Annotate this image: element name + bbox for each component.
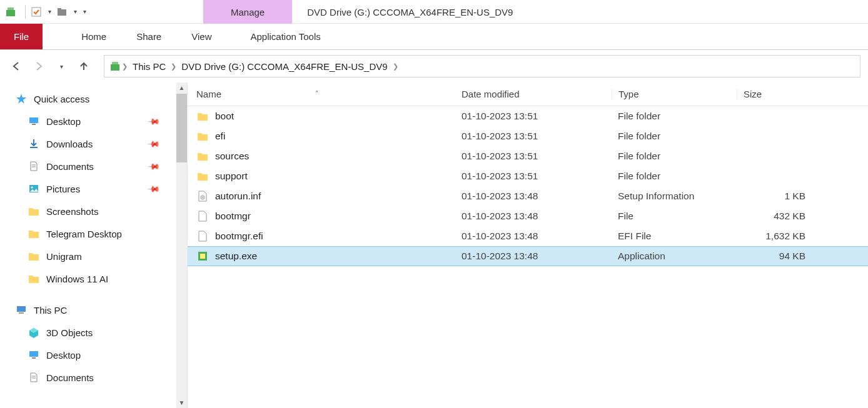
scroll-down-icon[interactable]: ▼ bbox=[176, 397, 187, 408]
svg-rect-3 bbox=[58, 9, 66, 16]
sort-asc-icon: ˄ bbox=[315, 90, 319, 98]
file-size: 1 KB bbox=[737, 191, 818, 202]
file-date: 01-10-2023 13:48 bbox=[462, 251, 612, 262]
scroll-up-icon[interactable]: ▲ bbox=[176, 82, 187, 93]
document-icon bbox=[28, 160, 40, 172]
file-row[interactable]: bootmgr.efi01-10-2023 13:48EFI File1,632… bbox=[188, 226, 868, 246]
forward-button[interactable] bbox=[30, 57, 48, 75]
file-date: 01-10-2023 13:51 bbox=[462, 111, 612, 122]
sidebar-item-pictures[interactable]: Pictures📌 bbox=[0, 177, 176, 200]
sidebar-item-label: Desktop bbox=[46, 116, 81, 127]
col-name-label: Name bbox=[196, 89, 221, 99]
svg-rect-25 bbox=[200, 254, 205, 259]
desktop-icon bbox=[28, 349, 40, 361]
file-date: 01-10-2023 13:48 bbox=[462, 211, 612, 222]
breadcrumb-this-pc[interactable]: This PC bbox=[129, 61, 169, 72]
chevron-right-icon[interactable]: ❯ bbox=[391, 62, 400, 71]
file-row[interactable]: autorun.inf01-10-2023 13:48Setup Informa… bbox=[188, 186, 868, 206]
tab-home[interactable]: Home bbox=[66, 24, 121, 49]
sidebar-item-label: Telegram Desktop bbox=[46, 229, 122, 239]
up-button[interactable] bbox=[75, 57, 93, 75]
sidebar-scrollbar[interactable]: ▲ ▼ bbox=[176, 82, 187, 408]
svg-rect-5 bbox=[111, 64, 119, 71]
svg-point-14 bbox=[31, 187, 33, 189]
sidebar-item-3d-objects[interactable]: 3D Objects bbox=[0, 321, 176, 344]
svg-rect-6 bbox=[112, 62, 118, 64]
sidebar-item-label: Documents bbox=[46, 372, 94, 383]
file-list: Name˄ Date modified Type Size boot01-10-… bbox=[188, 82, 868, 408]
sidebar-item-label: Pictures bbox=[46, 184, 80, 194]
svg-rect-19 bbox=[29, 351, 38, 357]
file-type: File folder bbox=[612, 111, 737, 122]
file-type: File bbox=[612, 211, 737, 222]
svg-rect-15 bbox=[17, 306, 26, 312]
svg-rect-4 bbox=[58, 8, 61, 10]
col-size[interactable]: Size bbox=[737, 89, 818, 99]
file-name: boot bbox=[215, 111, 234, 122]
qat-dropdown-icon[interactable]: ▾ bbox=[48, 8, 51, 15]
chevron-right-icon[interactable]: ❯ bbox=[121, 62, 129, 71]
ribbon-tabs: File Home Share View Application Tools bbox=[0, 24, 868, 50]
folder-icon bbox=[28, 272, 40, 285]
sidebar-quick-access[interactable]: Quick access bbox=[0, 87, 176, 110]
folder-icon bbox=[196, 110, 209, 122]
sidebar-item-telegram-desktop[interactable]: Telegram Desktop bbox=[0, 222, 176, 245]
folder-icon bbox=[196, 130, 209, 142]
file-name: efi bbox=[215, 131, 225, 142]
sidebar-item-label: This PC bbox=[34, 305, 67, 316]
col-date[interactable]: Date modified bbox=[462, 89, 612, 99]
svg-point-23 bbox=[200, 195, 205, 200]
file-type: File folder bbox=[612, 171, 737, 182]
sidebar-item-label: Quick access bbox=[34, 94, 89, 104]
breadcrumb-drive[interactable]: DVD Drive (G:) CCCOMA_X64FRE_EN-US_DV9 bbox=[178, 61, 391, 72]
col-type[interactable]: Type bbox=[612, 89, 737, 99]
tab-view[interactable]: View bbox=[176, 24, 226, 49]
cube-icon bbox=[28, 326, 40, 339]
svg-rect-1 bbox=[8, 7, 14, 10]
file-row[interactable]: bootmgr01-10-2023 13:48File432 KB bbox=[188, 206, 868, 226]
svg-rect-8 bbox=[29, 117, 38, 123]
app-icon bbox=[4, 5, 18, 19]
file-name: bootmgr.efi bbox=[215, 231, 263, 242]
file-row[interactable]: support01-10-2023 13:51File folder bbox=[188, 166, 868, 186]
qat-customize-icon[interactable]: ▾ bbox=[83, 8, 86, 15]
file-row[interactable]: sources01-10-2023 13:51File folder bbox=[188, 146, 868, 166]
file-tab[interactable]: File bbox=[0, 24, 43, 49]
tab-application-tools[interactable]: Application Tools bbox=[235, 24, 335, 49]
tab-share[interactable]: Share bbox=[121, 24, 176, 49]
file-row[interactable]: setup.exe01-10-2023 13:48Application94 K… bbox=[188, 246, 868, 266]
col-name[interactable]: Name˄ bbox=[188, 89, 462, 99]
star-icon bbox=[15, 92, 28, 105]
sidebar-item-unigram[interactable]: Unigram bbox=[0, 245, 176, 267]
recent-locations-icon[interactable]: ▾ bbox=[53, 57, 70, 75]
scroll-thumb[interactable] bbox=[176, 94, 187, 162]
svg-rect-20 bbox=[32, 357, 36, 359]
sidebar-item-documents[interactable]: Documents📌 bbox=[0, 155, 176, 177]
desktop-icon bbox=[28, 115, 40, 127]
sidebar-item-documents[interactable]: Documents bbox=[0, 366, 176, 389]
context-group-manage[interactable]: Manage bbox=[203, 0, 292, 24]
sidebar-item-desktop[interactable]: Desktop bbox=[0, 344, 176, 366]
sidebar-item-downloads[interactable]: Downloads📌 bbox=[0, 132, 176, 155]
svg-rect-0 bbox=[6, 10, 15, 16]
sidebar-this-pc[interactable]: This PC bbox=[0, 299, 176, 321]
file-date: 01-10-2023 13:51 bbox=[462, 131, 612, 142]
file-date: 01-10-2023 13:48 bbox=[462, 231, 612, 242]
quick-access-toolbar: ▾ ▾ ▾ Manage DVD Drive (G:) CCCOMA_X64FR… bbox=[0, 0, 868, 24]
address-bar[interactable]: ❯ This PC ❯ DVD Drive (G:) CCCOMA_X64FRE… bbox=[104, 55, 860, 77]
new-folder-icon[interactable] bbox=[55, 5, 69, 19]
svg-rect-16 bbox=[19, 312, 24, 314]
sidebar-item-screenshots[interactable]: Screenshots bbox=[0, 200, 176, 222]
sidebar-item-desktop[interactable]: Desktop📌 bbox=[0, 110, 176, 132]
file-date: 01-10-2023 13:51 bbox=[462, 171, 612, 182]
folder-icon bbox=[28, 205, 40, 217]
qat-dropdown-icon[interactable]: ▾ bbox=[74, 8, 77, 15]
properties-icon[interactable] bbox=[29, 5, 43, 19]
folder-icon bbox=[28, 227, 40, 240]
file-row[interactable]: boot01-10-2023 13:51File folder bbox=[188, 106, 868, 126]
back-button[interactable] bbox=[8, 57, 25, 75]
sidebar-item-windows-11-ai[interactable]: Windows 11 AI bbox=[0, 267, 176, 290]
document-icon bbox=[28, 371, 40, 384]
file-row[interactable]: efi01-10-2023 13:51File folder bbox=[188, 126, 868, 146]
chevron-right-icon[interactable]: ❯ bbox=[169, 62, 178, 71]
